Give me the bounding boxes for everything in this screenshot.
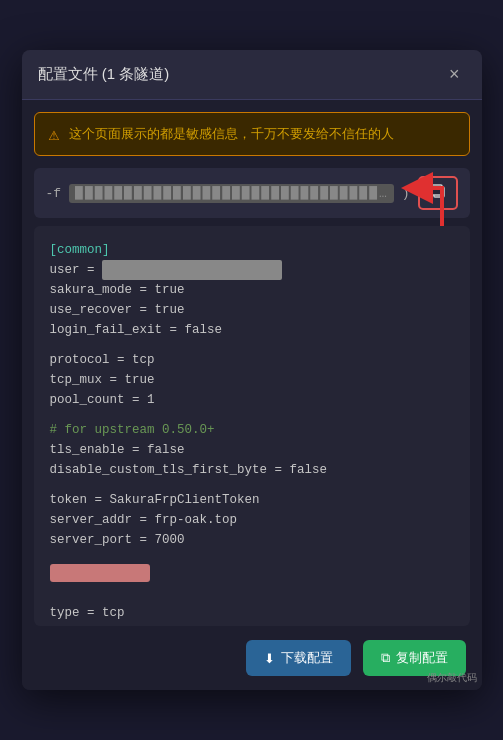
modal-header: 配置文件 (1 条隧道) × xyxy=(22,50,482,100)
code-line-server-addr: server_addr = frp-oak.top xyxy=(50,510,454,530)
code-line-use-recover: use_recover = true xyxy=(50,300,454,320)
download-icon: ⬇ xyxy=(264,651,275,666)
command-suffix: ) xyxy=(402,186,410,201)
code-line-protocol: protocol = tcp xyxy=(50,350,454,370)
command-bar: -f ██████████████████████████████████ ) xyxy=(34,168,470,218)
modal-title: 配置文件 (1 条隧道) xyxy=(38,65,170,84)
warning-text: 这个页面展示的都是敏感信息，千万不要发给不信任的人 xyxy=(69,125,394,143)
code-line-pool-count: pool_count = 1 xyxy=(50,390,454,410)
close-button[interactable]: × xyxy=(443,62,466,87)
code-divider-4 xyxy=(50,550,454,560)
command-value: ██████████████████████████████████ xyxy=(69,184,394,203)
download-label: 下载配置 xyxy=(281,649,333,667)
download-button[interactable]: ⬇ 下载配置 xyxy=(246,640,351,676)
svg-rect-1 xyxy=(432,185,442,195)
copy-icon: ⧉ xyxy=(381,650,390,666)
code-line-tls: tls_enable = false xyxy=(50,440,454,460)
code-divider-3 xyxy=(50,480,454,490)
code-divider-2 xyxy=(50,410,454,420)
copy-command-button[interactable] xyxy=(418,176,458,210)
code-line-login-fail: login_fail_exit = false xyxy=(50,320,454,340)
code-divider-1 xyxy=(50,340,454,350)
warning-icon: ⚠ xyxy=(49,123,60,145)
code-line-type: type = tcp xyxy=(50,603,454,623)
watermark: 偶尔敲代码 xyxy=(427,671,477,685)
code-line-section: [common] xyxy=(50,240,454,260)
code-line-disable-tls: disable_custom_tls_first_byte = false xyxy=(50,460,454,480)
code-line-token: token = SakuraFrpClientToken xyxy=(50,490,454,510)
code-line-user: user = ████████████████████████ xyxy=(50,260,454,280)
code-line-sakura: sakura_mode = true xyxy=(50,280,454,300)
modal-footer: ⬇ 下载配置 ⧉ 复制配置 xyxy=(22,626,482,690)
code-area[interactable]: [common] user = ████████████████████████… xyxy=(34,226,470,626)
code-area-wrapper: [common] user = ████████████████████████… xyxy=(34,226,470,626)
modal: 配置文件 (1 条隧道) × ⚠ 这个页面展示的都是敏感信息，千万不要发给不信任… xyxy=(22,50,482,690)
code-divider-5 xyxy=(50,593,454,603)
command-prefix: -f xyxy=(46,186,62,201)
code-line-comment: # for upstream 0.50.0+ xyxy=(50,420,454,440)
code-line-blur-section xyxy=(50,560,454,593)
copy-label: 复制配置 xyxy=(396,649,448,667)
code-line-server-port: server_port = 7000 xyxy=(50,530,454,550)
code-line-tcp-mux: tcp_mux = true xyxy=(50,370,454,390)
warning-banner: ⚠ 这个页面展示的都是敏感信息，千万不要发给不信任的人 xyxy=(34,112,470,156)
